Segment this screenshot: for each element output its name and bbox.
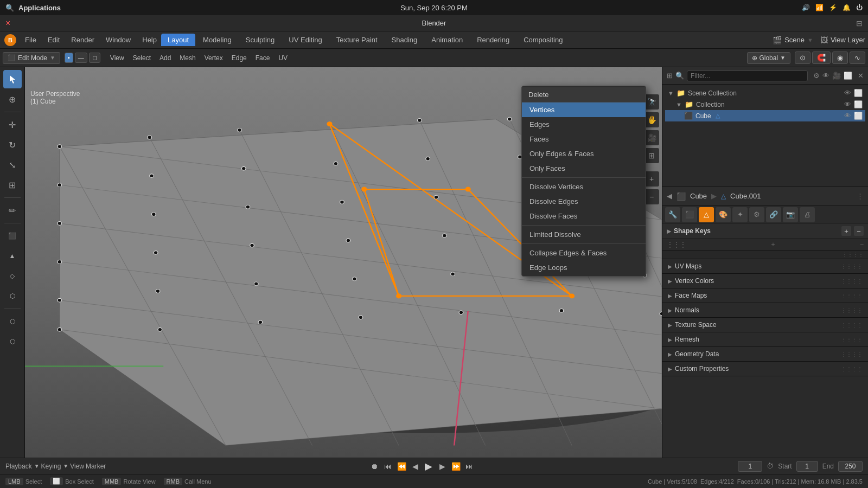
proportional-btn[interactable]: ◉ [832, 52, 848, 64]
tab-layout[interactable]: Layout [161, 34, 195, 46]
menu-help[interactable]: Help [138, 34, 161, 46]
move-tool-btn[interactable]: ✛ [3, 115, 22, 134]
sc-arrow[interactable]: ▼ [668, 90, 674, 97]
delete-edges[interactable]: Edges [522, 117, 646, 132]
snap-btn[interactable]: 🧲 [812, 52, 831, 64]
falloff-btn[interactable]: ∿ [850, 52, 865, 64]
pivot-btn[interactable]: ⊙ [795, 52, 810, 64]
outliner-icon-2[interactable]: 🔍 [675, 72, 684, 80]
texture-space-section[interactable]: ▶ Texture Space ⋮⋮⋮⋮ [662, 318, 868, 332]
view-camera-btn[interactable]: 🎥 [644, 130, 659, 145]
face-maps-section[interactable]: ▶ Face Maps ⋮⋮⋮⋮ [662, 288, 868, 303]
vertex-colors-section[interactable]: ▶ Vertex Colors ⋮⋮⋮⋮ [662, 274, 868, 288]
edge-select-mode[interactable]: — [75, 53, 87, 63]
outliner-icon-3[interactable]: ⚙ [813, 72, 820, 80]
shear-tool-btn[interactable]: ⬡ [3, 287, 22, 305]
minus-icon[interactable]: − [860, 241, 864, 248]
props-tab-physics[interactable]: ⚙ [749, 207, 764, 222]
shape-keys-add-btn[interactable]: + [841, 226, 851, 236]
tab-sculpting[interactable]: Sculpting [239, 34, 281, 46]
view-layer-label[interactable]: View Layer [831, 36, 865, 44]
start-frame-input[interactable] [796, 461, 818, 472]
search-icon[interactable]: 🔍 [5, 4, 14, 12]
sc-restrict[interactable]: ⬜ [854, 89, 863, 97]
menu-edit[interactable]: Edit [43, 34, 64, 46]
volume-icon[interactable]: 🔊 [802, 4, 810, 11]
wifi-icon[interactable]: 📶 [815, 4, 824, 11]
remesh-section[interactable]: ▶ Remesh ⋮⋮⋮⋮ [662, 332, 868, 347]
current-frame-input[interactable] [738, 461, 762, 472]
uv-maps-section[interactable]: ▶ UV Maps ⋮⋮⋮⋮ [662, 259, 868, 274]
view-local-btn[interactable]: ⊞ [644, 148, 659, 163]
custom-properties-section[interactable]: ▶ Custom Properties ⋮⋮⋮⋮ [662, 362, 868, 376]
props-tab-constraints[interactable]: 🔗 [766, 207, 781, 222]
props-tab-scene[interactable]: 🔧 [665, 207, 680, 222]
viewport[interactable]: X Y Z User Perspective (1) Cube 🔭 🖐 🎥 ⊞ … [25, 67, 662, 458]
vertex-select-mode[interactable]: ▪ [65, 53, 73, 63]
view-btn[interactable]: View [106, 53, 129, 63]
record-btn[interactable]: ⏺ [369, 461, 380, 472]
edit-mode-selector[interactable]: ⬛ Edit Mode ▼ [3, 52, 60, 64]
select-btn[interactable]: Select [129, 53, 155, 63]
power-icon[interactable]: ⏻ [856, 4, 863, 11]
tab-uv-editing[interactable]: UV Editing [282, 34, 328, 46]
annotate-tool-btn[interactable]: ✏ [3, 201, 22, 220]
prev-keyframe-btn[interactable]: ⏪ [396, 461, 407, 472]
outliner-icon-1[interactable]: ⊞ [667, 72, 673, 80]
playback-btn[interactable]: Playback ▼ [5, 463, 40, 470]
add-btn[interactable]: Add [155, 53, 175, 63]
rotate-tool-btn[interactable]: ↻ [3, 136, 22, 154]
bluetooth-icon[interactable]: ⚡ [829, 4, 837, 11]
cube-row[interactable]: ⬛ Cube △ 👁 ⬜ [665, 110, 865, 121]
delete-faces[interactable]: Faces [522, 132, 646, 146]
keying-btn[interactable]: Keying ▼ [41, 463, 69, 470]
geometry-data-section[interactable]: ▶ Geometry Data ⋮⋮⋮⋮ [662, 347, 868, 362]
tab-rendering[interactable]: Rendering [470, 34, 516, 46]
mesh-btn[interactable]: Mesh [175, 53, 200, 63]
face-btn[interactable]: Face [251, 53, 275, 63]
edge-loops[interactable]: Edge Loops [522, 260, 646, 275]
skip-end-btn[interactable]: ⏭ [464, 461, 475, 472]
shape-keys-remove-btn[interactable]: − [854, 226, 864, 236]
misc-tool-2[interactable]: ⬡ [3, 332, 22, 351]
dissolve-edges[interactable]: Dissolve Edges [522, 194, 646, 209]
scene-label[interactable]: Scene [784, 36, 805, 44]
normals-section[interactable]: ▶ Normals ⋮⋮⋮⋮ [662, 303, 868, 318]
outliner-search[interactable] [687, 70, 808, 81]
view-zoom-out[interactable]: − [644, 189, 659, 204]
outliner-restrict-icon[interactable]: ⬜ [844, 72, 852, 80]
view-perspective-btn[interactable]: 🔭 [644, 94, 659, 110]
view-zoom-in[interactable]: + [644, 171, 659, 187]
sc-eye[interactable]: 👁 [844, 89, 851, 97]
props-tab-render[interactable]: 📷 [783, 207, 798, 222]
tab-modeling[interactable]: Modeling [196, 34, 238, 46]
cursor-tool-btn[interactable]: ⊕ [3, 90, 22, 108]
props-tab-output[interactable]: 🖨 [800, 207, 815, 222]
tab-animation[interactable]: Animation [425, 34, 469, 46]
extrude-tool-btn[interactable]: ⬛ [3, 227, 22, 245]
uv-btn[interactable]: UV [274, 53, 292, 63]
dissolve-faces[interactable]: Dissolve Faces [522, 209, 646, 223]
select-tool-btn[interactable] [3, 70, 22, 88]
props-tab-mesh[interactable]: △ [699, 207, 714, 222]
vertex-btn[interactable]: Vertex [200, 53, 227, 63]
marker-btn[interactable]: Marker [86, 463, 106, 470]
end-frame-input[interactable] [838, 461, 863, 472]
close-button[interactable]: × [5, 18, 10, 28]
view-ortho-btn[interactable]: 🖐 [644, 112, 659, 127]
limited-dissolve[interactable]: Limited Dissolve [522, 227, 646, 242]
dissolve-vertices[interactable]: Dissolve Vertices [522, 179, 646, 194]
step-fwd-btn[interactable]: ▶ [437, 461, 448, 472]
transform-tool-btn[interactable]: ⊞ [3, 176, 22, 194]
face-select-mode[interactable]: ◻ [89, 53, 100, 63]
props-tab-object[interactable]: ⬛ [682, 207, 697, 222]
shape-keys-arrow[interactable]: ▶ [667, 228, 671, 235]
view-btn-bottom[interactable]: View [70, 463, 84, 470]
cube-restrict[interactable]: ⬜ [854, 112, 863, 120]
orientation-selector[interactable]: ⊕ Global ▼ [747, 52, 790, 64]
cube-eye[interactable]: 👁 [844, 112, 851, 120]
tab-shading[interactable]: Shading [385, 34, 424, 46]
maximize-button[interactable]: ⊟ [856, 19, 863, 28]
menu-file[interactable]: File [21, 34, 41, 46]
step-back-btn[interactable]: ◀ [410, 461, 420, 472]
